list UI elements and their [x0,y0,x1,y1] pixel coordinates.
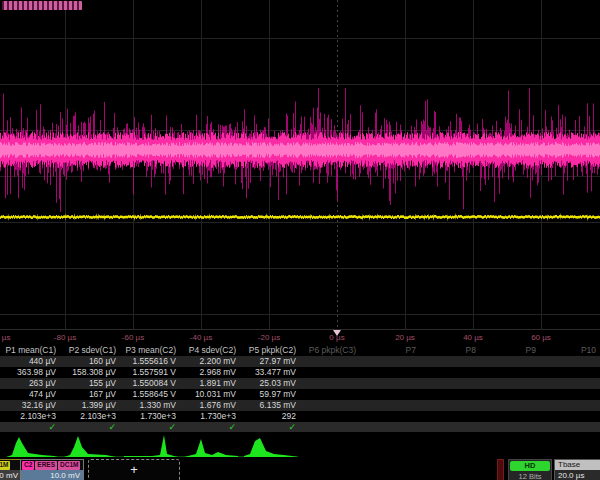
c2-eres-badge: ERES [35,461,57,470]
param-header-p8[interactable]: P8 [420,345,476,356]
channel-c2-descriptor[interactable]: C2 ERES DC1M 10.0 mV [20,459,84,480]
table-row: 263 µV155 µV1.550084 V1.891 mV25.03 mV [0,378,600,389]
param-value: 263 µV [0,378,56,389]
c2-channel-badge: C2 [22,461,34,470]
param-value: 1.730e+3 [180,411,236,422]
param-status-check: ✓ [180,422,236,432]
table-row: 440 µV160 µV1.555616 V2.200 mV27.97 mV [0,356,600,367]
param-status-check: ✓ [0,422,56,432]
axis-tick-label: 20 µs [395,333,415,342]
axis-tick-label: 0 µs [329,333,344,342]
axis-tick-label: 60 µs [531,333,551,342]
param-header-p5[interactable]: P5 pkpk(C2) [240,345,296,356]
param-value: 1.399 µV [60,400,116,411]
param-status-check: ✓ [120,422,176,432]
axis-tick-label: -80 µs [54,333,76,342]
param-value: 2.103e+3 [60,411,116,422]
oscilloscope-screen: -100 µs-80 µs-60 µs-40 µs-20 µs0 µs20 µs… [0,0,600,480]
table-row: 474 µV167 µV1.558645 V10.031 mV59.97 mV [0,389,600,400]
axis-tick-label: -60 µs [122,333,144,342]
histicon-shape [64,436,116,457]
param-value: 32.16 µV [0,400,56,411]
histicon-shape [184,439,238,457]
histicon-p1[interactable] [2,433,60,457]
param-value: 1.676 mV [180,400,236,411]
descriptor-bar: DC1M 0 mV C2 ERES DC1M 10.0 mV + HD 12 B… [0,459,600,480]
histicons-row [0,432,600,459]
table-row: ✓✓✓✓✓ [0,422,600,432]
param-value: 1.557591 V [120,367,176,378]
timebase-title: Tbase [555,460,600,470]
histicon-p4[interactable] [182,433,240,457]
param-value: 155 µV [60,378,116,389]
param-value: 1.330 mV [120,400,176,411]
param-value: 1.555616 V [120,356,176,367]
param-value: 292 [240,411,296,422]
param-header-p4[interactable]: P4 sdev(C2) [180,345,236,356]
param-value: 1.730e+3 [120,411,176,422]
param-header-p3[interactable]: P3 mean(C2) [120,345,176,356]
hd-bits-label: 12 Bits [509,472,551,480]
histicon-shape [244,438,298,457]
c1-coupling-badge: DC1M [0,461,10,470]
param-header-p1[interactable]: P1 mean(C1) [0,345,56,356]
table-row: 363.98 µV158.308 µV1.557591 V2.968 mV33.… [0,367,600,378]
param-value: 25.03 mV [240,378,296,389]
param-value: 10.031 mV [180,389,236,400]
top-left-pink-badge [2,1,82,10]
param-value: 2.103e+3 [0,411,56,422]
c1-volts-per-div: 0 mV [0,470,21,480]
param-header-p10[interactable]: P10 [540,345,596,356]
param-status-check: ✓ [240,422,296,432]
histicon-p3[interactable] [122,433,180,457]
timebase-axis: -100 µs-80 µs-60 µs-40 µs-20 µs0 µs20 µs… [0,330,600,345]
param-value: 1.891 mV [180,378,236,389]
axis-tick-label: 40 µs [463,333,483,342]
timebase-value: 20.0 µs [555,470,600,480]
param-value: 2.200 mV [180,356,236,367]
param-value: 474 µV [0,389,56,400]
channel-c1-descriptor[interactable]: DC1M 0 mV [0,459,22,480]
table-row: 32.16 µV1.399 µV1.330 mV1.676 mV6.135 mV [0,400,600,411]
param-header-p9[interactable]: P9 [480,345,536,356]
histicon-p5[interactable] [242,433,300,457]
param-header-p6[interactable]: P6 pkpk(C3) [300,345,356,356]
add-trace-button[interactable]: + [88,459,180,480]
histicon-shape [6,437,58,457]
param-value: 59.97 mV [240,389,296,400]
axis-tick-label: -20 µs [258,333,280,342]
axis-tick-label: -100 µs [0,333,10,342]
table-row: 2.103e+32.103e+31.730e+31.730e+3292 [0,411,600,422]
c2-volts-per-div: 10.0 mV [21,470,83,480]
param-value: 33.477 mV [240,367,296,378]
param-value: 167 µV [60,389,116,400]
param-status-check: ✓ [60,422,116,432]
param-value: 6.135 mV [240,400,296,411]
c2-coupling-badge: DC1M [58,461,80,470]
param-header-p2[interactable]: P2 sdev(C1) [60,345,116,356]
param-value: 440 µV [0,356,56,367]
param-header-p7[interactable]: P7 [360,345,416,356]
param-value: 1.550084 V [120,378,176,389]
clipped-descriptor-edge [497,459,504,480]
param-value: 1.558645 V [120,389,176,400]
param-value: 158.308 µV [60,367,116,378]
hd-badge: HD [510,461,550,471]
hd-mode-indicator[interactable]: HD 12 Bits [508,459,552,480]
measurement-table: P1 mean(C1)P2 sdev(C1)P3 mean(C2)P4 sdev… [0,345,600,432]
param-value: 2.968 mV [180,367,236,378]
param-value: 160 µV [60,356,116,367]
axis-tick-label: -40 µs [190,333,212,342]
histicon-p2[interactable] [62,433,120,457]
timebase-descriptor[interactable]: Tbase 20.0 µs [554,459,600,480]
waveform-grid [0,0,600,330]
param-value: 363.98 µV [0,367,56,378]
param-value: 27.97 mV [240,356,296,367]
histicon-shape [124,435,178,457]
table-row: P1 mean(C1)P2 sdev(C1)P3 mean(C2)P4 sdev… [0,345,600,356]
